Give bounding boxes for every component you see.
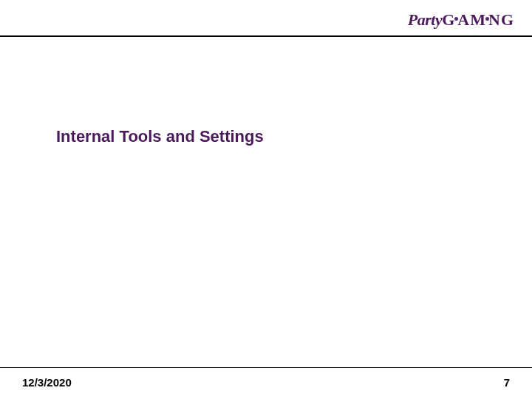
logo-dot-icon: [454, 17, 458, 21]
footer-divider: [0, 367, 532, 368]
logo-dot-icon: [485, 17, 489, 21]
slide-title: Internal Tools and Settings: [56, 127, 264, 146]
logo-gaming-text: GAMNG: [442, 10, 514, 29]
footer-date: 12/3/2020: [22, 376, 72, 389]
header-divider: [0, 35, 532, 37]
logo-party-text: Party: [408, 10, 442, 29]
footer-page-number: 7: [504, 376, 510, 389]
slide: PartyGAMNG Internal Tools and Settings 1…: [0, 0, 532, 399]
brand-logo: PartyGAMNG: [408, 10, 514, 30]
